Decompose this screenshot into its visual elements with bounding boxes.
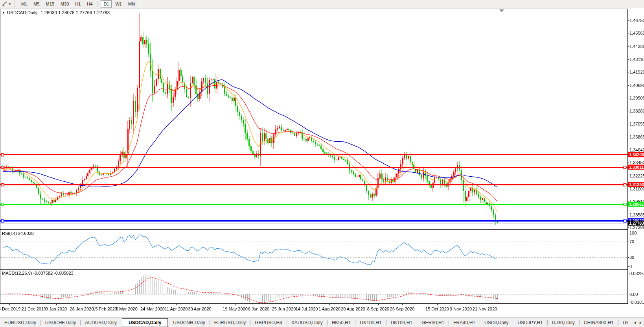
date-tick-label: 15 Feb 2020 [93,307,117,311]
date-tick-label: 30 Apr 2020 [188,307,211,311]
date-tick-label: 28 Jan 2020 [70,307,94,311]
date-tick-label: 25 Jun 2020 [272,307,296,311]
chart-tab-usoil[interactable]: USOil,Daily [480,319,513,327]
chevron-down-icon[interactable]: ▼ [8,2,11,6]
date-tick-label: 24 Mar 2020 [140,307,165,311]
price-tick-label: 1.44335 [629,44,644,49]
price-tick-label: 1.37055 [629,122,644,126]
toolbar-separator [140,1,141,7]
chart-tab-eurusd[interactable]: EURUSD,Daily [0,319,40,327]
macd-tick-label: 0.00 [629,292,638,297]
toolbar: ▼ M1M5M15M30H1H4D1W1MN [0,0,644,8]
price-tick-label: 1.43110 [629,57,644,62]
macd-tick-label: -0.018154 [629,300,644,305]
hline-price-tag: 1.34206 [628,152,644,157]
price-tick-label: 1.35865 [629,135,644,139]
chart-tab-usdchf[interactable]: USDCHF,Daily [41,319,81,327]
chart-tab-gbpusd[interactable]: GBPUSD,H4 [250,319,286,327]
chart-tab-dj30[interactable]: DJ30,Daily [548,319,579,327]
chart-tab-hk50[interactable]: HK50,H1 [328,319,355,327]
current-price-tag: 1.27783 [628,221,644,226]
chart-symbol-label: USDCAD,Daily [7,10,37,15]
tab-scroll-right-icon[interactable]: ► [639,321,642,325]
chart-tab-xauusd[interactable]: XAUUSD,Daily [287,319,327,327]
timeframe-button-d1[interactable]: D1 [101,0,112,8]
chart-tab-usdcad[interactable]: USDCAD,Daily [122,318,168,327]
chart-tab-china300[interactable]: CHINA300,H1 [580,319,618,327]
date-tick-label: 26 Sep 2020 [390,307,414,311]
chart-tab-audusd[interactable]: AUDUSD,Daily [81,319,121,327]
date-tick-label: 9 Jan 2020 [46,307,67,311]
rsi-tick-label: 70 [629,239,634,244]
date-tick-label: 3 Dec 2019 [0,307,20,311]
macd-name: MACD(12,26,9) [2,271,32,275]
date-tick-label: 14 Jul 2020 [296,307,318,311]
chart-tab-eurusd[interactable]: EURUSD,Daily [210,319,250,327]
chart-tabs-bar: EURUSD,DailyUSDCHF,DailyAUDUSD,DailyUSDC… [0,318,644,327]
price-tick-label: 1.28585 [629,212,644,217]
timeframe-button-m1[interactable]: M1 [18,0,30,8]
chart-tab-usdcnh[interactable]: USDCNH,Daily [169,319,209,327]
chart-tab-uk100[interactable]: UK100,H1 [355,319,386,327]
macd-indicator-label: MACD(12,26,9) -0.007582 -0.005023 [2,271,74,275]
rsi-value: 24.6038 [18,231,34,236]
price-tick-label: 1.41920 [629,70,644,74]
date-tick-label: 8 Sep 2020 [367,307,389,311]
timeframe-button-m30[interactable]: M30 [58,0,72,8]
chart-title: ▼ USDCAD,Daily 1.28030 1.28078 1.27769 1… [2,10,110,15]
chart-tab-usdjpy[interactable]: USDJPY,H1 [513,319,547,327]
macd-values: -0.007582 -0.005023 [33,271,73,275]
date-tick-label: 21 Nov 2020 [473,307,497,311]
timeframe-button-m5[interactable]: M5 [31,0,42,8]
date-tick-label: 11 Apr 2020 [165,307,188,311]
timeframe-button-h4[interactable]: H4 [84,0,95,8]
date-tick-label: 6 Jun 2020 [248,307,269,311]
price-tick-label: 1.33450 [629,160,644,165]
rsi-tick-label: 100 [629,231,637,235]
date-tick-label: 5 Mar 2020 [116,307,138,311]
toolbar-separator [98,1,98,7]
timeframe-button-m15[interactable]: M15 [43,0,57,8]
timeframe-button-w1[interactable]: W1 [112,0,125,8]
timeframe-button-mn[interactable]: MN [125,0,138,8]
price-tick-label: 1.46750 [629,18,644,23]
chart-ohlc-values: 1.28030 1.28078 1.27769 1.27783 [40,10,110,15]
cursor-tool-icon[interactable] [1,1,8,7]
hline-price-tag: 1.33011 [628,165,644,170]
rsi-tick-label: 0 [629,264,632,269]
price-tick-label: 1.40695 [629,83,644,88]
tab-scroll-left-icon[interactable]: ◄ [633,321,637,325]
price-tick-label: 1.34640 [629,148,644,152]
date-tick-label: 1 Aug 2020 [318,307,340,311]
chart-shift-marker-icon[interactable] [499,9,504,12]
price-tick-label: 1.45560 [629,31,644,35]
chart-tab-fra40[interactable]: FRA40,H1 [449,319,480,327]
timeframe-button-h1[interactable]: H1 [72,0,83,8]
date-tick-label: 3 Nov 2020 [450,307,472,311]
tab-scroll-controls: ◄ ► [628,318,644,327]
price-tick-label: 1.39505 [629,96,644,100]
hline-price-tag: 1.29561 [628,202,644,207]
toolbar-grip[interactable] [14,1,16,7]
hline-price-tag: 1.31393 [628,182,644,187]
date-tick-label: 15 Oct 2020 [425,307,449,311]
one-click-trading-arrow-icon[interactable]: ▼ [2,11,5,15]
chart-tab-uk100[interactable]: UK100,H1 [386,319,417,327]
chart-canvas[interactable] [0,0,644,327]
price-tick-label: 1.38280 [629,109,644,113]
rsi-tick-label: 30 [629,255,634,260]
date-tick-label: 21 Dec 2019 [22,307,46,311]
rsi-indicator-label: RSI(14) 24.6038 [2,231,34,236]
price-tick-label: 1.32225 [629,174,644,178]
macd-tick-label: 0.032972 [629,271,644,276]
mt4-window: { "toolbar": { "timeframes": ["M1","M5",… [0,0,644,327]
rsi-name: RSI(14) [2,231,17,236]
chart-tab-ger30[interactable]: GER30,H1 [417,319,449,327]
date-tick-label: 20 Aug 2020 [341,307,365,311]
date-tick-label: 19 May 2020 [223,307,248,311]
